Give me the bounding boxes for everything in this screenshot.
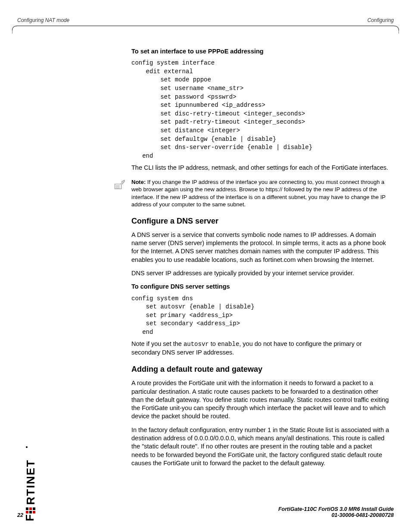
header-rule bbox=[12, 25, 399, 34]
page-footer: 22 FortiGate-110C FortiOS 3.0 MR6 Instal… bbox=[17, 512, 394, 518]
footer-line1: FortiGate-110C FortiOS 3.0 MR6 Install G… bbox=[278, 506, 394, 512]
header-left: Configuring NAT mode bbox=[17, 17, 69, 23]
dns-p3b: to bbox=[209, 340, 218, 347]
pppoe-subtitle: To set an interface to use PPPoE address… bbox=[131, 47, 390, 56]
header-right: Configuring bbox=[367, 17, 394, 23]
dns-p3a: Note if you set the bbox=[131, 340, 184, 347]
note-pencil-icon bbox=[112, 179, 125, 192]
page-number: 22 bbox=[17, 512, 23, 518]
svg-text:RTINET: RTINET bbox=[24, 459, 37, 505]
note-block: Note: If you change the IP address of th… bbox=[131, 178, 390, 208]
svg-rect-6 bbox=[26, 507, 28, 510]
enable-code: enable bbox=[218, 341, 239, 348]
route-p1: A route provides the FortiGate unit with… bbox=[131, 379, 390, 420]
dns-p3: Note if you set the autosvr to enable, y… bbox=[131, 340, 390, 357]
svg-rect-10 bbox=[33, 507, 35, 510]
svg-rect-8 bbox=[29, 507, 32, 510]
note-text: Note: If you change the IP address of th… bbox=[131, 178, 390, 208]
note-body: If you change the IP address of the inte… bbox=[131, 179, 386, 208]
dns-code-block: config system dns set autosvr {enable | … bbox=[131, 295, 390, 337]
dns-p1: A DNS server is a service that converts … bbox=[131, 231, 390, 264]
main-content: To set an interface to use PPPoE address… bbox=[131, 47, 390, 473]
note-label: Note: bbox=[131, 179, 146, 185]
footer-right: FortiGate-110C FortiOS 3.0 MR6 Install G… bbox=[278, 506, 394, 518]
footer-line2: 01-30006-0481-20080728 bbox=[278, 512, 394, 518]
route-p2: In the factory default configuration, en… bbox=[131, 426, 390, 467]
fortinet-logo: F RTINET bbox=[23, 439, 37, 521]
autosvr-code: autosvr bbox=[184, 341, 209, 348]
dns-p2: DNS server IP addresses are typically pr… bbox=[131, 269, 390, 277]
dns-heading: Configure a DNS server bbox=[131, 216, 390, 227]
pppoe-body: The CLI lists the IP address, netmask, a… bbox=[131, 164, 390, 172]
route-heading: Adding a default route and gateway bbox=[131, 364, 390, 375]
dns-subtitle: To configure DNS server settings bbox=[131, 283, 390, 291]
svg-point-12 bbox=[26, 446, 28, 448]
page-header: Configuring NAT mode Configuring bbox=[17, 17, 394, 23]
pppoe-code-block: config system interface edit external se… bbox=[131, 59, 390, 160]
